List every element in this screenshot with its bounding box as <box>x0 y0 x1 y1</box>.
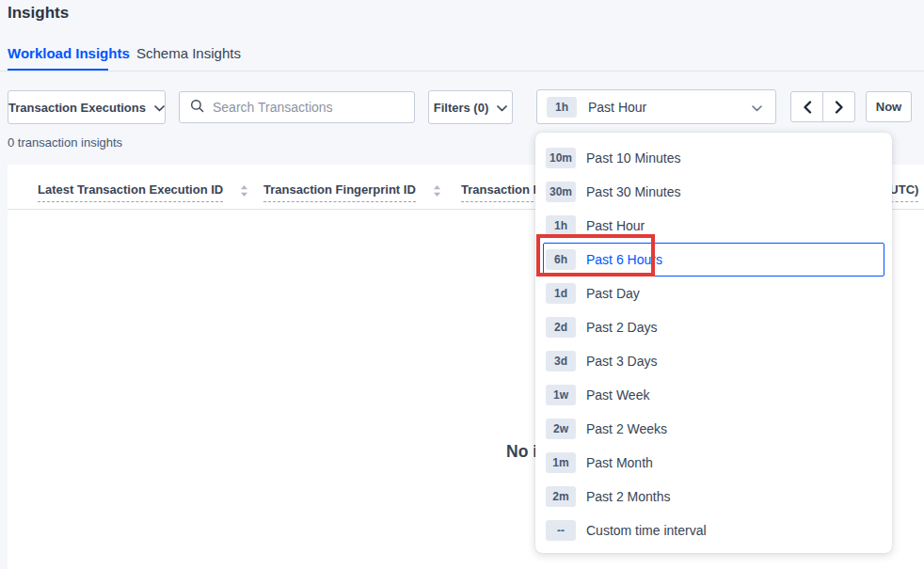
column-header-label: Transaction Fingerprint ID <box>263 182 416 202</box>
page-title: Insights <box>8 4 69 23</box>
interval-label: Past 30 Minutes <box>586 184 680 199</box>
filters-dropdown[interactable]: Filters (0) <box>428 90 513 124</box>
time-interval-label: Past Hour <box>588 100 752 115</box>
menu-item-past-hour[interactable]: 1hPast Hour <box>543 209 884 243</box>
time-interval-dropdown-trigger[interactable]: 1h Past Hour <box>536 89 776 124</box>
workload-type-dropdown[interactable]: Transaction Executions <box>8 90 166 124</box>
menu-item-past-day[interactable]: 1dPast Day <box>543 277 884 310</box>
interval-badge: 2m <box>546 486 576 507</box>
interval-label: Past Hour <box>586 218 645 233</box>
time-interval-badge: 1h <box>547 97 577 118</box>
interval-label: Past Day <box>586 286 640 301</box>
menu-item-past-30-minutes[interactable]: 30mPast 30 Minutes <box>543 175 884 209</box>
insights-count: 0 transaction insights <box>8 135 122 150</box>
interval-label: Past Month <box>586 455 653 470</box>
column-header-transaction-fingerprint-id[interactable]: Transaction Fingerprint ID <box>263 182 441 202</box>
chevron-down-icon <box>154 101 165 115</box>
interval-badge: 10m <box>546 148 576 168</box>
menu-item-past-2-days[interactable]: 2dPast 2 Days <box>543 310 884 344</box>
interval-label: Custom time interval <box>586 523 707 538</box>
interval-badge: -- <box>546 520 576 541</box>
interval-badge: 1h <box>546 215 576 236</box>
workload-type-label: Transaction Executions <box>8 101 146 115</box>
interval-label: Past 2 Months <box>586 489 671 504</box>
menu-item-past-6-hours[interactable]: 6hPast 6 Hours <box>543 243 884 277</box>
now-label: Now <box>876 100 901 114</box>
interval-badge: 30m <box>546 182 576 202</box>
interval-label: Past Week <box>586 387 649 403</box>
search-input[interactable] <box>213 100 404 115</box>
menu-item-past-10-minutes[interactable]: 10mPast 10 Minutes <box>543 141 884 175</box>
time-range-arrows <box>790 91 855 122</box>
interval-badge: 6h <box>546 249 576 270</box>
menu-item-past-2-weeks[interactable]: 2wPast 2 Weeks <box>543 412 884 446</box>
chevron-down-icon <box>752 99 762 116</box>
time-interval-dropdown-menu: 10mPast 10 Minutes 30mPast 30 Minutes 1h… <box>535 133 892 553</box>
menu-item-past-month[interactable]: 1mPast Month <box>543 446 884 480</box>
interval-label: Past 6 Hours <box>586 252 662 267</box>
menu-item-custom-time-interval[interactable]: --Custom time interval <box>543 514 884 547</box>
interval-label: Past 2 Days <box>586 320 657 335</box>
tabs-divider <box>0 71 924 71</box>
interval-label: Past 3 Days <box>586 354 657 369</box>
tab-schema-insights[interactable]: Schema Insights <box>136 45 241 61</box>
interval-badge: 1m <box>546 452 576 473</box>
menu-item-past-2-months[interactable]: 2mPast 2 Months <box>543 480 884 514</box>
interval-badge: 1w <box>546 385 576 405</box>
interval-badge: 2d <box>546 317 576 338</box>
search-box[interactable] <box>179 91 415 123</box>
interval-label: Past 2 Weeks <box>586 421 667 436</box>
interval-badge: 3d <box>546 351 576 371</box>
menu-item-past-3-days[interactable]: 3dPast 3 Days <box>543 344 884 378</box>
menu-item-past-week[interactable]: 1wPast Week <box>543 378 884 412</box>
next-time-range-button[interactable] <box>822 91 855 122</box>
previous-time-range-button[interactable] <box>790 91 823 122</box>
interval-badge: 1d <box>546 283 576 304</box>
sort-icon[interactable] <box>240 184 248 201</box>
column-header-latest-transaction-execution-id[interactable]: Latest Transaction Execution ID <box>38 182 248 202</box>
interval-label: Past 10 Minutes <box>586 150 680 166</box>
interval-badge: 2w <box>546 419 576 439</box>
column-header-label: Latest Transaction Execution ID <box>38 182 223 202</box>
tab-workload-insights[interactable]: Workload Insights <box>8 45 130 61</box>
filters-label: Filters (0) <box>434 101 489 115</box>
chevron-down-icon <box>497 101 507 115</box>
now-button[interactable]: Now <box>866 91 912 122</box>
sort-icon[interactable] <box>433 184 441 201</box>
search-icon <box>190 99 204 117</box>
